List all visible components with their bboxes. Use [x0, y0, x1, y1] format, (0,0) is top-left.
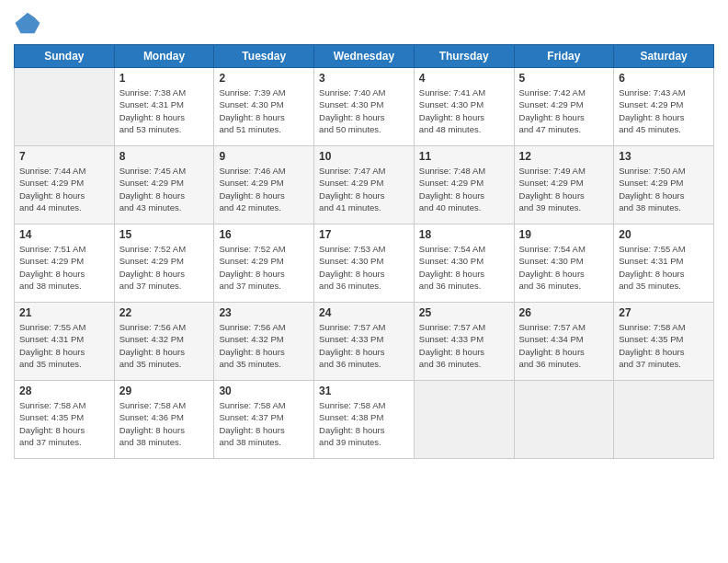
day-number: 12 — [519, 150, 609, 163]
calendar-cell: 4Sunrise: 7:41 AM Sunset: 4:30 PM Daylig… — [414, 68, 514, 146]
calendar-cell: 9Sunrise: 7:46 AM Sunset: 4:29 PM Daylig… — [214, 146, 314, 224]
day-number: 21 — [19, 306, 109, 319]
day-info: Sunrise: 7:53 AM Sunset: 4:30 PM Dayligh… — [319, 243, 409, 292]
weekday-header-monday: Monday — [114, 45, 214, 68]
day-info: Sunrise: 7:57 AM Sunset: 4:34 PM Dayligh… — [519, 321, 609, 370]
calendar-cell: 17Sunrise: 7:53 AM Sunset: 4:30 PM Dayli… — [314, 224, 415, 303]
week-row-5: 28Sunrise: 7:58 AM Sunset: 4:35 PM Dayli… — [15, 381, 714, 459]
weekday-header-wednesday: Wednesday — [314, 45, 415, 68]
day-info: Sunrise: 7:47 AM Sunset: 4:29 PM Dayligh… — [319, 165, 409, 213]
weekday-header-tuesday: Tuesday — [214, 45, 314, 68]
week-row-2: 7Sunrise: 7:44 AM Sunset: 4:29 PM Daylig… — [15, 146, 714, 224]
day-number: 4 — [419, 72, 509, 85]
calendar-cell: 16Sunrise: 7:52 AM Sunset: 4:29 PM Dayli… — [214, 224, 314, 303]
day-info: Sunrise: 7:38 AM Sunset: 4:31 PM Dayligh… — [119, 86, 210, 135]
day-info: Sunrise: 7:55 AM Sunset: 4:31 PM Dayligh… — [619, 243, 709, 292]
calendar-cell: 18Sunrise: 7:54 AM Sunset: 4:30 PM Dayli… — [414, 224, 514, 303]
day-number: 20 — [619, 228, 709, 241]
calendar-header: SundayMondayTuesdayWednesdayThursdayFrid… — [15, 45, 714, 68]
day-info: Sunrise: 7:50 AM Sunset: 4:29 PM Dayligh… — [619, 165, 709, 213]
day-number: 7 — [19, 150, 109, 163]
day-number: 27 — [619, 306, 709, 319]
calendar-cell: 30Sunrise: 7:58 AM Sunset: 4:37 PM Dayli… — [214, 381, 314, 459]
day-info: Sunrise: 7:52 AM Sunset: 4:29 PM Dayligh… — [119, 243, 210, 292]
calendar-cell: 2Sunrise: 7:39 AM Sunset: 4:30 PM Daylig… — [214, 68, 314, 146]
day-info: Sunrise: 7:56 AM Sunset: 4:32 PM Dayligh… — [219, 321, 309, 370]
calendar-cell: 6Sunrise: 7:43 AM Sunset: 4:29 PM Daylig… — [614, 68, 714, 146]
day-number: 5 — [519, 72, 609, 85]
calendar-cell — [15, 68, 115, 146]
day-number: 28 — [19, 385, 109, 397]
calendar-cell: 8Sunrise: 7:45 AM Sunset: 4:29 PM Daylig… — [114, 146, 214, 224]
day-info: Sunrise: 7:58 AM Sunset: 4:36 PM Dayligh… — [119, 399, 210, 448]
calendar-cell: 20Sunrise: 7:55 AM Sunset: 4:31 PM Dayli… — [614, 224, 714, 303]
weekday-header-row: SundayMondayTuesdayWednesdayThursdayFrid… — [15, 45, 714, 68]
calendar-cell — [514, 381, 614, 459]
day-number: 29 — [119, 385, 210, 397]
day-number: 25 — [419, 306, 509, 319]
calendar-cell: 23Sunrise: 7:56 AM Sunset: 4:32 PM Dayli… — [214, 303, 314, 381]
day-info: Sunrise: 7:39 AM Sunset: 4:30 PM Dayligh… — [219, 86, 309, 135]
calendar-cell: 12Sunrise: 7:49 AM Sunset: 4:29 PM Dayli… — [514, 146, 614, 224]
week-row-1: 1Sunrise: 7:38 AM Sunset: 4:31 PM Daylig… — [15, 68, 714, 146]
calendar-cell — [614, 381, 714, 459]
day-number: 31 — [319, 385, 409, 397]
calendar-cell: 22Sunrise: 7:56 AM Sunset: 4:32 PM Dayli… — [114, 303, 214, 381]
day-number: 15 — [119, 228, 210, 241]
day-info: Sunrise: 7:55 AM Sunset: 4:31 PM Dayligh… — [19, 321, 109, 370]
day-info: Sunrise: 7:58 AM Sunset: 4:35 PM Dayligh… — [619, 321, 709, 370]
day-number: 26 — [519, 306, 609, 319]
calendar-cell: 27Sunrise: 7:58 AM Sunset: 4:35 PM Dayli… — [614, 303, 714, 381]
day-info: Sunrise: 7:45 AM Sunset: 4:29 PM Dayligh… — [119, 165, 210, 213]
day-info: Sunrise: 7:46 AM Sunset: 4:29 PM Dayligh… — [219, 165, 309, 213]
weekday-header-sunday: Sunday — [15, 45, 115, 68]
day-number: 16 — [219, 228, 309, 241]
day-info: Sunrise: 7:54 AM Sunset: 4:30 PM Dayligh… — [419, 243, 509, 292]
day-info: Sunrise: 7:51 AM Sunset: 4:29 PM Dayligh… — [19, 243, 109, 292]
calendar-cell: 11Sunrise: 7:48 AM Sunset: 4:29 PM Dayli… — [414, 146, 514, 224]
week-row-3: 14Sunrise: 7:51 AM Sunset: 4:29 PM Dayli… — [15, 224, 714, 303]
day-number: 23 — [219, 306, 309, 319]
calendar-cell: 7Sunrise: 7:44 AM Sunset: 4:29 PM Daylig… — [15, 146, 115, 224]
calendar-cell: 26Sunrise: 7:57 AM Sunset: 4:34 PM Dayli… — [514, 303, 614, 381]
day-number: 14 — [19, 228, 109, 241]
day-info: Sunrise: 7:57 AM Sunset: 4:33 PM Dayligh… — [419, 321, 509, 370]
calendar-cell: 19Sunrise: 7:54 AM Sunset: 4:30 PM Dayli… — [514, 224, 614, 303]
calendar-table: SundayMondayTuesdayWednesdayThursdayFrid… — [14, 44, 714, 459]
header-area — [14, 9, 714, 37]
calendar-cell: 28Sunrise: 7:58 AM Sunset: 4:35 PM Dayli… — [15, 381, 115, 459]
calendar-cell: 13Sunrise: 7:50 AM Sunset: 4:29 PM Dayli… — [614, 146, 714, 224]
day-number: 22 — [119, 306, 210, 319]
day-number: 1 — [119, 72, 210, 85]
day-number: 18 — [419, 228, 509, 241]
day-info: Sunrise: 7:49 AM Sunset: 4:29 PM Dayligh… — [519, 165, 609, 213]
day-number: 8 — [119, 150, 210, 163]
day-info: Sunrise: 7:52 AM Sunset: 4:29 PM Dayligh… — [219, 243, 309, 292]
day-number: 19 — [519, 228, 609, 241]
day-info: Sunrise: 7:57 AM Sunset: 4:33 PM Dayligh… — [319, 321, 409, 370]
day-number: 9 — [219, 150, 309, 163]
weekday-header-friday: Friday — [514, 45, 614, 68]
day-info: Sunrise: 7:58 AM Sunset: 4:37 PM Dayligh… — [219, 399, 309, 448]
day-info: Sunrise: 7:43 AM Sunset: 4:29 PM Dayligh… — [619, 86, 709, 135]
day-info: Sunrise: 7:58 AM Sunset: 4:38 PM Dayligh… — [319, 399, 409, 448]
calendar-cell: 24Sunrise: 7:57 AM Sunset: 4:33 PM Dayli… — [314, 303, 415, 381]
calendar-cell: 1Sunrise: 7:38 AM Sunset: 4:31 PM Daylig… — [114, 68, 214, 146]
day-number: 24 — [319, 306, 409, 319]
calendar-cell: 29Sunrise: 7:58 AM Sunset: 4:36 PM Dayli… — [114, 381, 214, 459]
day-number: 3 — [319, 72, 409, 85]
day-number: 11 — [419, 150, 509, 163]
calendar-cell: 3Sunrise: 7:40 AM Sunset: 4:30 PM Daylig… — [314, 68, 415, 146]
logo — [14, 9, 43, 37]
day-info: Sunrise: 7:56 AM Sunset: 4:32 PM Dayligh… — [119, 321, 210, 370]
day-info: Sunrise: 7:41 AM Sunset: 4:30 PM Dayligh… — [419, 86, 509, 135]
week-row-4: 21Sunrise: 7:55 AM Sunset: 4:31 PM Dayli… — [15, 303, 714, 381]
page: SundayMondayTuesdayWednesdayThursdayFrid… — [0, 0, 728, 563]
calendar-cell: 14Sunrise: 7:51 AM Sunset: 4:29 PM Dayli… — [15, 224, 115, 303]
calendar-cell: 21Sunrise: 7:55 AM Sunset: 4:31 PM Dayli… — [15, 303, 115, 381]
day-number: 10 — [319, 150, 409, 163]
day-info: Sunrise: 7:44 AM Sunset: 4:29 PM Dayligh… — [19, 165, 109, 213]
day-info: Sunrise: 7:58 AM Sunset: 4:35 PM Dayligh… — [19, 399, 109, 448]
calendar-cell: 25Sunrise: 7:57 AM Sunset: 4:33 PM Dayli… — [414, 303, 514, 381]
calendar-cell: 5Sunrise: 7:42 AM Sunset: 4:29 PM Daylig… — [514, 68, 614, 146]
